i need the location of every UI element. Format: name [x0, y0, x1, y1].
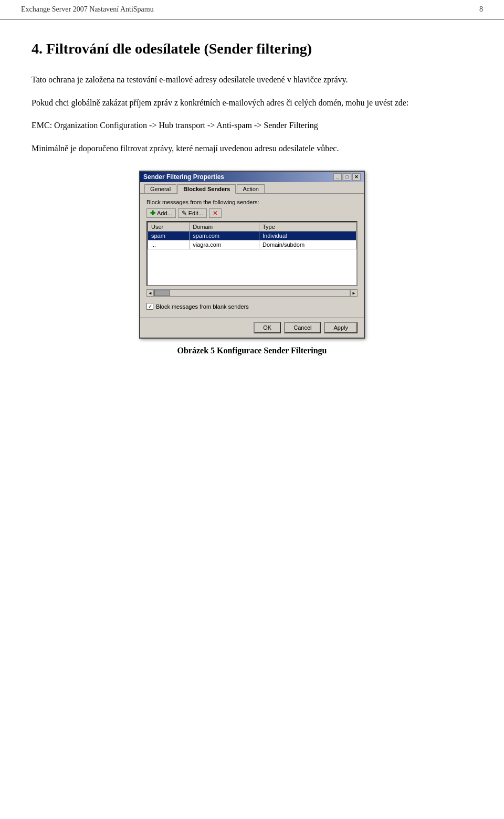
- screenshot-container: Sender Filtering Properties _ □ ✕ Genera…: [32, 171, 472, 355]
- apply-button[interactable]: Apply: [324, 322, 358, 333]
- paragraph-2: Pokud chci globálně zakázat příjem zpráv…: [32, 96, 472, 110]
- toolbar: ✚ Add... ✎ Edit... ✕: [146, 208, 358, 218]
- section-heading: 4. Filtrování dle odesílatele (Sender fi…: [32, 40, 472, 57]
- col-type: Type: [259, 223, 356, 232]
- section-title: Filtrování dle odesílatele (Sender filte…: [46, 40, 312, 57]
- cell-domain-2: viagra.com: [190, 240, 259, 249]
- dialog-title: Sender Filtering Properties: [143, 173, 224, 181]
- add-button[interactable]: ✚ Add...: [146, 208, 176, 218]
- tab-action[interactable]: Action: [237, 184, 265, 193]
- col-domain: Domain: [190, 223, 259, 232]
- tab-blocked-senders[interactable]: Blocked Senders: [177, 184, 236, 194]
- cell-type-2: Domain/subdom: [259, 240, 356, 249]
- document-title: Exchange Server 2007 Nastavení AntiSpamu: [21, 5, 154, 14]
- edit-button[interactable]: ✎ Edit...: [178, 208, 207, 218]
- delete-icon: ✕: [213, 209, 218, 217]
- checkbox-row: ✓ Block messages from blank senders: [146, 301, 358, 312]
- table-row[interactable]: ... viagra.com Domain/subdom: [148, 240, 356, 249]
- scroll-right-arrow[interactable]: ►: [350, 289, 358, 297]
- titlebar-buttons: _ □ ✕: [333, 173, 361, 181]
- horizontal-scrollbar: ◄ ►: [146, 289, 358, 297]
- maximize-button[interactable]: □: [343, 173, 351, 181]
- dialog-window: Sender Filtering Properties _ □ ✕ Genera…: [139, 171, 365, 339]
- page-content: 4. Filtrování dle odesílatele (Sender fi…: [0, 19, 504, 403]
- senders-table-wrapper: User Domain Type spam spam.com Individua…: [146, 221, 358, 286]
- cancel-button[interactable]: Cancel: [284, 322, 321, 333]
- table-list-area: User Domain Type spam spam.com Individua…: [148, 222, 356, 285]
- tab-general[interactable]: General: [144, 184, 176, 193]
- dialog-tabs: General Blocked Senders Action: [140, 182, 364, 193]
- senders-table: User Domain Type spam spam.com Individua…: [148, 222, 356, 249]
- page-number: 8: [479, 5, 483, 14]
- cell-user-1: spam: [148, 232, 190, 240]
- checkbox-label: Block messages from blank senders: [156, 303, 249, 310]
- figure-caption: Obrázek 5 Konfigurace Sender Filteringu: [177, 346, 327, 355]
- dialog-footer: OK Cancel Apply: [140, 317, 364, 338]
- col-user: User: [148, 223, 190, 232]
- scroll-left-arrow[interactable]: ◄: [146, 289, 154, 297]
- table-row[interactable]: spam spam.com Individual: [148, 232, 356, 240]
- minimize-button[interactable]: _: [333, 173, 342, 181]
- paragraph-3: Minimálně je doporučeno filtrovat zprávy…: [32, 142, 472, 155]
- cell-user-2: ...: [148, 240, 190, 249]
- nav-path: EMC: Organization Configuration -> Hub t…: [32, 119, 472, 132]
- edit-icon: ✎: [182, 209, 187, 217]
- dialog-body: Block messages from the following sender…: [140, 193, 364, 317]
- dialog-titlebar: Sender Filtering Properties _ □ ✕: [140, 172, 364, 182]
- add-icon: ✚: [150, 209, 155, 217]
- table-header-row: User Domain Type: [148, 223, 356, 232]
- section-number: 4.: [32, 40, 43, 57]
- delete-button[interactable]: ✕: [209, 208, 222, 218]
- cell-domain-1: spam.com: [190, 232, 259, 240]
- senders-label: Block messages from the following sender…: [146, 199, 358, 205]
- blank-senders-checkbox[interactable]: ✓: [146, 303, 153, 310]
- paragraph-1: Tato ochrana je založena na testování e-…: [32, 73, 472, 87]
- close-button[interactable]: ✕: [352, 173, 361, 181]
- cell-type-1: Individual: [259, 232, 356, 240]
- scrollbar-track: [154, 289, 350, 297]
- scrollbar-thumb[interactable]: [154, 290, 170, 296]
- ok-button[interactable]: OK: [254, 322, 281, 333]
- page-header: Exchange Server 2007 Nastavení AntiSpamu…: [0, 0, 504, 19]
